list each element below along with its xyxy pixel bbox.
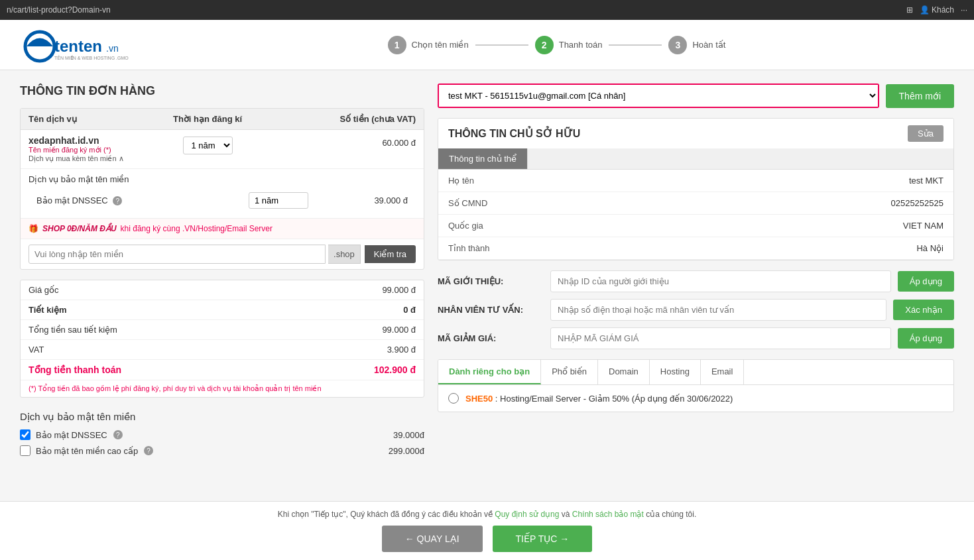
domain-extra-toggle[interactable]: Dịch vụ mua kèm tên miền ∧ xyxy=(29,154,161,163)
edit-owner-button[interactable]: Sửa xyxy=(908,125,944,142)
security-item-dnssec: Bảo mật DNSSEC ? 39.000đ xyxy=(20,429,424,440)
field-cmnd: Số CMND 02525252525 xyxy=(438,192,953,215)
price-row-tongtien: Tổng tiền sau tiết kiệm 99.000 đ xyxy=(21,320,424,340)
info-tab-chu-the[interactable]: Thông tin chủ thể xyxy=(438,148,528,169)
header-amount: Số tiền (chưa VAT) xyxy=(254,114,416,124)
order-title: THÔNG TIN ĐƠN HÀNG xyxy=(20,84,424,98)
step-line-2 xyxy=(609,44,662,46)
step-3: 3 Hoàn tất xyxy=(668,36,725,54)
label-cmnd: Số CMND xyxy=(448,198,487,208)
promo-italic: SHOP 0Đ/NĂM ĐẦU xyxy=(42,224,117,233)
nhan-vien-input[interactable] xyxy=(550,299,886,321)
value-vat: 3.900 đ xyxy=(387,345,416,355)
promo-tab-domain[interactable]: Domain xyxy=(598,360,650,384)
ma-giam-gia-row: MÃ GIẢM GIÁ: Áp dụng xyxy=(438,327,954,349)
gift-icon: 🎁 xyxy=(29,224,38,233)
domain-period-select[interactable]: 1 năm xyxy=(183,137,233,154)
label-quoc-gia: Quốc gia xyxy=(448,221,483,231)
header-service: Tên dịch vụ xyxy=(29,114,161,124)
security-bottom-section: Dịch vụ bảo mật tên miền Bảo mật DNSSEC … xyxy=(20,411,424,456)
dnssec-period-input[interactable] xyxy=(249,192,308,209)
dnssec-row: Bảo mật DNSSEC ? 39.000 đ xyxy=(29,188,416,213)
domain-amount: 60.000 đ xyxy=(254,135,416,148)
profile-select[interactable]: test MKT - 5615115v1u@gmail.com [Cá nhân… xyxy=(439,85,878,107)
domain-search-row: .shop Kiểm tra xyxy=(21,239,424,269)
cao-cap-checkbox[interactable] xyxy=(20,445,30,456)
value-tongtien: 99.000 đ xyxy=(382,325,416,335)
promo-normal: khi đăng ký cùng .VN/Hosting/Email Serve… xyxy=(121,224,273,233)
dnssec-bottom-help-icon[interactable]: ? xyxy=(113,430,123,439)
cao-cap-help-icon[interactable]: ? xyxy=(144,446,153,455)
promo-code-she50: SHE50 : Hosting/Email Server - Giảm 50% … xyxy=(465,394,733,404)
promo-tab-bar: Dành riêng cho bạn Phổ biến Domain Hosti… xyxy=(438,360,953,385)
security-item-cao-cap: Bảo mật tên miền cao cấp ? 299.000đ xyxy=(20,445,424,456)
nhan-vien-button[interactable]: Xác nhận xyxy=(893,300,954,320)
owner-info-section: THÔNG TIN CHỦ SỞ HỮU Sửa Thông tin chủ t… xyxy=(438,118,954,260)
promo-radio-she50[interactable] xyxy=(448,393,459,404)
step-3-label: Hoàn tất xyxy=(692,40,725,50)
header-period: Thời hạn đăng kí xyxy=(161,114,254,124)
label-tinh-thanh: Tỉnh thành xyxy=(448,243,490,253)
security-bottom-title: Dịch vụ bảo mật tên miền xyxy=(20,411,424,423)
right-panel: test MKT - 5615115v1u@gmail.com [Cá nhân… xyxy=(438,84,954,461)
info-fields: Họ tên test MKT Số CMND 02525252525 Quốc… xyxy=(438,170,953,260)
value-ho-ten: test MKT xyxy=(909,176,944,186)
dnssec-help-icon[interactable]: ? xyxy=(113,196,122,205)
step-2-label: Thanh toán xyxy=(559,40,603,50)
promo-item-she50: SHE50 : Hosting/Email Server - Giảm 50% … xyxy=(438,385,953,412)
price-row-tietkiem: Tiết kiệm 0 đ xyxy=(21,300,424,320)
step-2-circle: 2 xyxy=(535,36,554,54)
step-1-circle: 1 xyxy=(388,36,406,54)
promo-tab-pho-bien[interactable]: Phổ biến xyxy=(541,360,598,384)
ma-gioi-thieu-input[interactable] xyxy=(550,270,891,292)
ma-giam-gia-button[interactable]: Áp dụng xyxy=(898,328,954,349)
dnssec-checkbox[interactable] xyxy=(20,429,30,440)
promo-banner: 🎁 SHOP 0Đ/NĂM ĐẦU khi đăng ký cùng .VN/H… xyxy=(21,219,424,239)
security-service-label: Dịch vụ bảo mật tên miền xyxy=(29,174,416,184)
owner-info-header: THÔNG TIN CHỦ SỞ HỮU Sửa xyxy=(438,119,953,148)
domain-row: xedapnhat.id.vn Tên miền đăng ký mới (*)… xyxy=(21,130,424,169)
site-header: tenten .vn TÊN MIỀN & WEB HOSTING .GMO 1… xyxy=(0,20,974,70)
svg-text:tenten: tenten xyxy=(54,37,102,55)
promo-tabs-section: Dành riêng cho bạn Phổ biến Domain Hosti… xyxy=(438,359,954,412)
security-service-section: Dịch vụ bảo mật tên miền Bảo mật DNSSEC … xyxy=(21,169,424,219)
domain-search-input[interactable] xyxy=(29,245,326,264)
info-tab-bar: Thông tin chủ thể xyxy=(438,148,953,170)
promo-tab-email[interactable]: Email xyxy=(701,360,745,384)
logo: tenten .vn TÊN MIỀN & WEB HOSTING .GMO xyxy=(20,27,133,63)
price-note: (*) Tổng tiền đã bao gồm lệ phí đăng ký,… xyxy=(21,380,424,397)
dnssec-amount: 39.000 đ xyxy=(341,196,408,205)
cao-cap-label: Bảo mật tên miền cao cấp ? xyxy=(36,446,383,456)
domain-check-button[interactable]: Kiểm tra xyxy=(365,245,416,263)
order-table: Tên dịch vụ Thời hạn đăng kí Số tiền (ch… xyxy=(20,108,424,270)
profile-selector-row: test MKT - 5615115v1u@gmail.com [Cá nhân… xyxy=(438,84,954,108)
add-new-profile-button[interactable]: Thêm mới xyxy=(886,84,954,108)
ma-gioi-thieu-row: MÃ GIỚI THIỆU: Áp dụng xyxy=(438,270,954,292)
svg-text:TÊN MIỀN & WEB HOSTING: TÊN MIỀN & WEB HOSTING xyxy=(54,55,115,60)
nhan-vien-row: NHÂN VIÊN TƯ VẤN: Xác nhận xyxy=(438,299,954,321)
promo-tab-danh-rieng[interactable]: Dành riêng cho bạn xyxy=(438,360,541,384)
ma-giam-gia-input[interactable] xyxy=(550,327,891,349)
value-tinh-thanh: Hà Nội xyxy=(916,243,944,253)
browser-url: n/cart/list-product?Domain-vn xyxy=(7,5,111,15)
field-ho-ten: Họ tên test MKT xyxy=(438,170,953,192)
label-goc: Giá gốc xyxy=(29,285,59,295)
value-quoc-gia: VIET NAM xyxy=(903,221,944,231)
ma-gioi-thieu-button[interactable]: Áp dụng xyxy=(898,271,954,292)
step-line-1 xyxy=(475,44,528,46)
price-row-goc: Giá gốc 99.000 đ xyxy=(21,280,424,300)
value-total: 102.900 đ xyxy=(374,364,416,375)
left-panel: THÔNG TIN ĐƠN HÀNG Tên dịch vụ Thời hạn … xyxy=(20,84,424,461)
promo-tab-hosting[interactable]: Hosting xyxy=(650,360,701,384)
domain-ext: .shop xyxy=(328,245,361,264)
step-2: 2 Thanh toán xyxy=(535,36,603,54)
nhan-vien-label: NHÂN VIÊN TƯ VẤN: xyxy=(438,305,544,315)
dnssec-label: Bảo mật DNSSEC ? xyxy=(36,196,249,206)
value-goc: 99.000 đ xyxy=(382,285,416,295)
logo-svg: tenten .vn TÊN MIỀN & WEB HOSTING .GMO xyxy=(20,27,133,63)
price-row-total: Tổng tiền thanh toán 102.900 đ xyxy=(21,360,424,380)
label-ho-ten: Họ tên xyxy=(448,176,474,186)
label-vat: VAT xyxy=(29,345,44,355)
browser-bar: n/cart/list-product?Domain-vn ⊞ 👤 Khách … xyxy=(0,0,974,20)
cao-cap-amount: 299.000đ xyxy=(389,446,424,456)
